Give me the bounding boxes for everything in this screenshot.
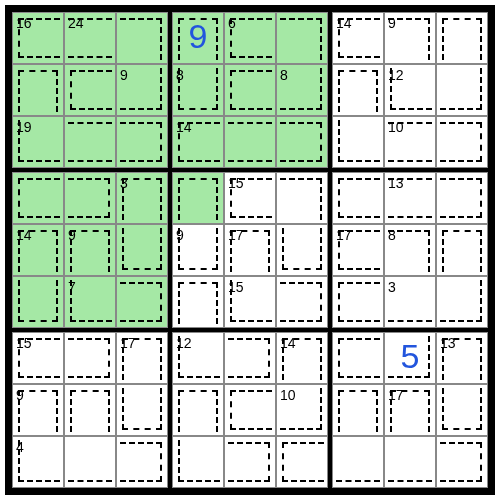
cage-border: [178, 68, 218, 110]
cell-entry: 9: [189, 17, 208, 56]
cage-border: [280, 178, 322, 220]
cell-2-7[interactable]: 10: [384, 116, 436, 168]
cell-7-4[interactable]: [224, 384, 276, 436]
cell-1-5[interactable]: 8: [276, 64, 328, 116]
cell-6-6[interactable]: [332, 332, 384, 384]
cell-4-4[interactable]: 17: [224, 224, 276, 276]
cell-5-1[interactable]: 7: [64, 276, 116, 328]
cell-7-3[interactable]: [172, 384, 224, 436]
cell-3-6[interactable]: [332, 172, 384, 224]
cell-7-1[interactable]: [64, 384, 116, 436]
cell-6-8[interactable]: 13: [436, 332, 488, 384]
cage-border: [18, 178, 60, 218]
cell-2-5[interactable]: [276, 116, 328, 168]
cell-2-0[interactable]: 19: [12, 116, 64, 168]
cell-7-8[interactable]: [436, 384, 488, 436]
cell-6-7[interactable]: 5: [384, 332, 436, 384]
cage-border: [120, 122, 162, 162]
cell-7-7[interactable]: 17: [384, 384, 436, 436]
cell-0-4[interactable]: 6: [224, 12, 276, 64]
cell-3-5[interactable]: [276, 172, 328, 224]
cell-4-0[interactable]: 14: [12, 224, 64, 276]
cell-0-2[interactable]: [116, 12, 168, 64]
cage-sum-label: 6: [228, 15, 236, 31]
cell-1-2[interactable]: 9: [116, 64, 168, 116]
cell-4-3[interactable]: 9: [172, 224, 224, 276]
cell-3-1[interactable]: [64, 172, 116, 224]
cell-3-8[interactable]: [436, 172, 488, 224]
cage-border: [68, 122, 112, 162]
cell-8-8[interactable]: [436, 436, 488, 488]
cell-8-4[interactable]: [224, 436, 276, 488]
cell-1-1[interactable]: [64, 64, 116, 116]
cage-border: [282, 228, 322, 270]
cell-1-4[interactable]: [224, 64, 276, 116]
cell-5-3[interactable]: [172, 276, 224, 328]
cell-6-2[interactable]: 17: [116, 332, 168, 384]
cell-1-6[interactable]: [332, 64, 384, 116]
cell-4-5[interactable]: [276, 224, 328, 276]
cell-6-1[interactable]: [64, 332, 116, 384]
box-1-1: 1591715: [170, 170, 330, 330]
cell-2-2[interactable]: [116, 116, 168, 168]
cell-4-2[interactable]: [116, 224, 168, 276]
cell-0-5[interactable]: [276, 12, 328, 64]
cell-4-6[interactable]: 17: [332, 224, 384, 276]
cell-3-4[interactable]: 15: [224, 172, 276, 224]
cell-1-8[interactable]: [436, 64, 488, 116]
cell-6-5[interactable]: 14: [276, 332, 328, 384]
cage-border: [68, 178, 110, 218]
cell-8-0[interactable]: 4: [12, 436, 64, 488]
cell-4-7[interactable]: 8: [384, 224, 436, 276]
cell-7-2[interactable]: [116, 384, 168, 436]
cell-0-1[interactable]: 24: [64, 12, 116, 64]
cell-0-8[interactable]: [436, 12, 488, 64]
cell-5-2[interactable]: [116, 276, 168, 328]
cell-5-5[interactable]: [276, 276, 328, 328]
cell-8-7[interactable]: [384, 436, 436, 488]
cell-0-3[interactable]: 9: [172, 12, 224, 64]
cell-0-6[interactable]: 14: [332, 12, 384, 64]
cage-border: [338, 338, 380, 378]
cell-2-6[interactable]: [332, 116, 384, 168]
cell-5-6[interactable]: [332, 276, 384, 328]
cell-1-0[interactable]: [12, 64, 64, 116]
cell-4-8[interactable]: [436, 224, 488, 276]
cell-7-0[interactable]: 9: [12, 384, 64, 436]
cell-8-1[interactable]: [64, 436, 116, 488]
cage-border: [440, 122, 482, 162]
box-0-2: 1491210: [330, 10, 490, 170]
cell-0-0[interactable]: 16: [12, 12, 64, 64]
cell-4-1[interactable]: 9: [64, 224, 116, 276]
cell-2-4[interactable]: [224, 116, 276, 168]
cell-2-1[interactable]: [64, 116, 116, 168]
cell-3-3[interactable]: [172, 172, 224, 224]
cell-7-5[interactable]: 10: [276, 384, 328, 436]
cage-sum-label: 15: [228, 279, 244, 295]
cell-6-4[interactable]: [224, 332, 276, 384]
cell-8-5[interactable]: [276, 436, 328, 488]
cell-8-6[interactable]: [332, 436, 384, 488]
cell-6-0[interactable]: 15: [12, 332, 64, 384]
cell-2-3[interactable]: 14: [172, 116, 224, 168]
cell-5-7[interactable]: 3: [384, 276, 436, 328]
cell-6-3[interactable]: 12: [172, 332, 224, 384]
cage-border: [120, 18, 162, 60]
cage-border: [230, 70, 272, 110]
cell-8-3[interactable]: [172, 436, 224, 488]
cell-5-8[interactable]: [436, 276, 488, 328]
cage-sum-label: 14: [176, 119, 192, 135]
cell-5-0[interactable]: [12, 276, 64, 328]
cell-7-6[interactable]: [332, 384, 384, 436]
cell-1-7[interactable]: 12: [384, 64, 436, 116]
cell-1-3[interactable]: 8: [172, 64, 224, 116]
cage-border: [18, 70, 58, 112]
cell-0-7[interactable]: 9: [384, 12, 436, 64]
cell-2-8[interactable]: [436, 116, 488, 168]
cell-8-2[interactable]: [116, 436, 168, 488]
cell-3-7[interactable]: 13: [384, 172, 436, 224]
cell-3-0[interactable]: [12, 172, 64, 224]
cell-3-2[interactable]: 3: [116, 172, 168, 224]
cage-border: [338, 70, 378, 112]
cell-5-4[interactable]: 15: [224, 276, 276, 328]
